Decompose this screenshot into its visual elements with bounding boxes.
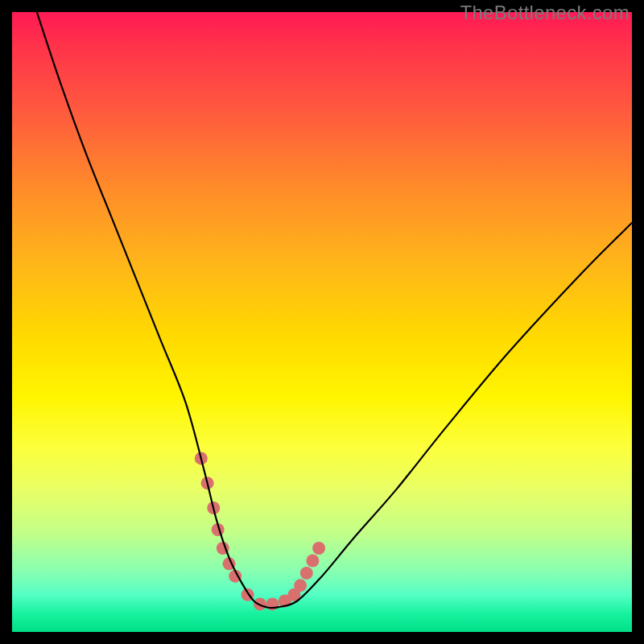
optimal-band-dots [195,452,325,610]
plot-area [12,12,632,632]
curve-svg [12,12,632,632]
optimal-dot [300,567,313,580]
optimal-dot [294,579,307,592]
bottleneck-curve [37,12,632,608]
watermark-text: TheBottleneck.com [460,2,630,24]
optimal-dot [306,555,319,568]
optimal-dot [312,542,325,555]
chart-frame: TheBottleneck.com [0,0,644,644]
